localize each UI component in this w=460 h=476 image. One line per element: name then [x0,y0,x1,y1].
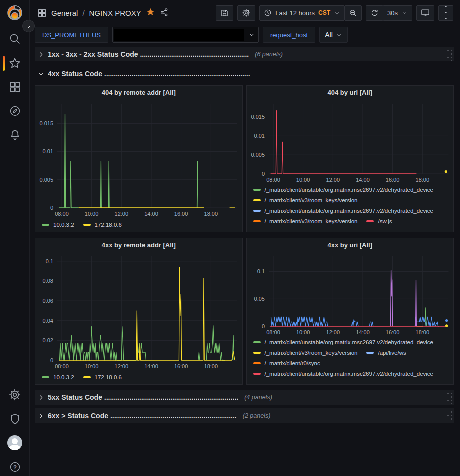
share-button[interactable] [160,8,169,18]
row-5xx[interactable]: 5xx Status Code ........................… [35,390,454,405]
sidebar: ? [0,0,30,476]
svg-text:0: 0 [50,205,53,211]
sidebar-item-help[interactable]: ? [0,457,30,476]
shield-icon [9,413,21,425]
datasource-variable-dropdown[interactable] [112,27,259,43]
row-drag-handle[interactable] [445,391,453,404]
panel-title[interactable]: 404 by uri [All] [247,86,454,99]
row-title: 4xx Status Code ........................… [48,70,250,78]
more-options-button[interactable] [438,5,453,21]
svg-text:0.015: 0.015 [251,114,265,120]
chart-4xx-by-uri[interactable]: 00.050.108:0010:0012:0014:0016:0018:00 [247,251,454,337]
sidebar-item-explore[interactable] [0,101,30,121]
chart-4xx-by-remote-addr[interactable]: 00.020.040.060.080.108:0010:0012:0014:00… [35,251,242,371]
main-area: General / NGINX PROXY [30,0,460,476]
kebab-icon [445,6,447,7]
legend-item[interactable]: /_matrix/client/v3/room_keys/version [253,218,358,224]
sidebar-item-profile[interactable] [0,433,30,453]
svg-text:18:00: 18:00 [204,363,218,369]
time-range-picker[interactable]: Last 12 hours CST [259,5,345,21]
datasource-variable-label: DS_PROMETHEUS [35,27,108,43]
svg-text:?: ? [13,464,17,470]
svg-text:0.02: 0.02 [43,337,53,343]
svg-text:08:00: 08:00 [266,329,280,335]
legend-item[interactable]: /_matrix/client/unstable/org.matrix.msc2… [253,187,434,193]
legend-item[interactable]: /_matrix/client/v3/room_keys/version [253,197,358,203]
tv-mode-button[interactable] [416,5,434,21]
svg-text:0.04: 0.04 [43,318,53,324]
refresh-icon [370,9,379,17]
panel-title[interactable]: 4xx by remote addr [All] [35,238,242,251]
star-filled-icon [146,7,155,17]
row-title: 6xx > Status Code ......................… [48,412,237,420]
legend-item[interactable]: /_matrix/client/r0/sync [253,360,320,366]
sidebar-item-alerting[interactable] [0,125,30,145]
svg-text:0.1: 0.1 [46,258,53,264]
breadcrumb-section[interactable]: General [51,9,78,17]
gear-icon [8,388,21,401]
svg-text:08:00: 08:00 [266,177,280,183]
sidebar-item-configuration[interactable] [0,385,30,405]
zoom-out-time-button[interactable] [344,5,362,21]
dashboards-grid-icon [9,81,21,93]
row-drag-handle[interactable] [445,48,453,61]
row-panel-count: (6 panels) [255,51,283,58]
chart-404-by-uri[interactable]: 00.0050.010.01508:0010:0012:0014:0016:00… [247,99,454,185]
svg-text:16:00: 16:00 [385,177,399,183]
svg-text:0.005: 0.005 [251,152,265,158]
legend-series-color [253,199,261,201]
svg-text:14:00: 14:00 [144,363,158,369]
sidebar-collapse-button[interactable] [22,20,35,32]
sidebar-item-search[interactable] [0,29,30,49]
legend-item[interactable]: /_matrix/client/unstable/org.matrix.msc2… [253,208,434,214]
row-1xx-3xx-2xx[interactable]: 1xx - 3xx - 2xx Status Code ............… [35,47,454,61]
chevron-down-icon [38,71,44,77]
sidebar-item-starred[interactable] [0,53,30,73]
grafana-logo[interactable] [0,3,30,23]
request-host-variable-dropdown[interactable]: All [319,27,348,43]
panel-title[interactable]: 4xx by uri [All] [247,238,454,251]
sidebar-item-dashboards[interactable] [0,77,30,97]
save-dashboard-button[interactable] [216,5,233,21]
request-host-variable-label: request_host [263,27,315,43]
refresh-interval-picker[interactable]: 30s [383,5,412,21]
svg-text:10:00: 10:00 [85,363,99,369]
favorite-star-button[interactable] [146,7,155,18]
legend-item[interactable]: 172.18.0.6 [83,374,122,380]
legend-item[interactable]: 10.0.3.2 [42,222,74,228]
legend-item[interactable]: /_matrix/client/v3/room_keys/version [253,350,358,356]
row-title: 1xx - 3xx - 2xx Status Code ............… [48,50,249,58]
chevron-down-icon [401,10,408,16]
legend-item[interactable]: /api/live/ws [366,350,406,356]
legend-series-color [366,220,374,222]
row-4xx[interactable]: 4xx Status Code ........................… [35,68,454,80]
panels-grid: 404 by remote addr [All] 00.0050.010.015… [35,85,454,385]
legend-item[interactable]: /sw.js [366,218,392,224]
avatar [7,435,22,450]
chart-404-by-remote-addr[interactable]: 00.0050.010.01508:0010:0012:0014:0016:00… [35,99,242,219]
legend-series-color [366,352,374,354]
svg-text:14:00: 14:00 [144,211,158,217]
svg-text:0.01: 0.01 [254,133,264,139]
legend-series-color [253,189,261,191]
row-drag-handle[interactable] [445,409,453,422]
row-6xx[interactable]: 6xx > Status Code ......................… [35,408,454,423]
sidebar-item-server-admin[interactable] [0,409,30,429]
refresh-button[interactable] [366,5,383,21]
legend-item[interactable]: /_matrix/client/unstable/org.matrix.msc2… [253,339,434,345]
legend-item[interactable]: 10.0.3.2 [42,374,74,380]
chevron-right-icon [26,23,32,29]
legend-series-color [83,376,91,378]
panel-title[interactable]: 404 by remote addr [All] [35,86,242,99]
legend-item[interactable]: /_matrix/client/unstable/org.matrix.msc2… [253,371,434,377]
dashboard-grid-icon [37,8,47,18]
gear-icon [242,8,251,17]
svg-text:0.05: 0.05 [254,296,264,302]
legend-series-color [253,210,261,212]
template-variables-row: DS_PROMETHEUS request_host All [35,27,460,43]
chevron-right-icon [38,51,44,58]
svg-text:12:00: 12:00 [326,329,340,335]
dashboard-settings-button[interactable] [237,5,255,21]
legend-item[interactable]: 172.18.0.6 [83,222,122,228]
grafana-logo-icon [6,4,23,21]
